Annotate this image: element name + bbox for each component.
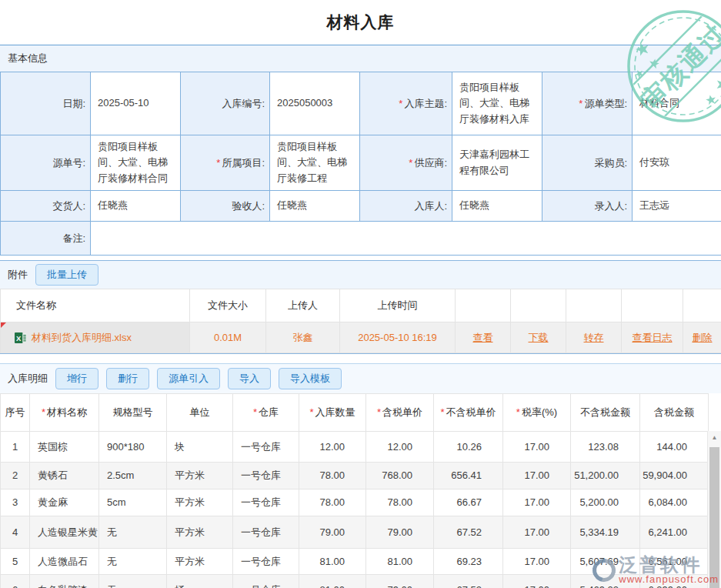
source-import-button[interactable]: 源单引入 (157, 368, 220, 389)
detail-table: 序号 *材料名称 规格型号 单位 *仓库 *入库数量 *含税单价 *不含税单价 … (0, 393, 709, 588)
attachment-transfer-link[interactable]: 转存 (584, 332, 604, 343)
col-material: *材料名称 (30, 394, 99, 432)
batch-upload-button[interactable]: 批量上传 (35, 264, 98, 286)
field-label-date: 日期: (1, 72, 91, 135)
col-qty: *入库数量 (299, 394, 366, 432)
col-seq: 序号 (1, 394, 30, 432)
page-title: 材料入库 (0, 0, 721, 45)
field-value-receipt-no: 2025050003 (270, 72, 360, 135)
field-label-project: *所属项目: (181, 135, 270, 191)
attachment-view-link[interactable]: 查看 (473, 332, 493, 343)
attach-col-size: 文件大小 (190, 289, 266, 322)
detail-row: 2 黄锈石 2.5cm 平方米 一号仓库 78.00 768.00 656.41… (1, 463, 709, 489)
detail-row: 5 人造微晶石 无 平方米 一号仓库 81.00 81.00 69.23 17.… (1, 549, 709, 575)
field-value-subject: 贵阳项目样板间、大堂、电梯厅装修材料入库 (452, 72, 542, 135)
attachments-header: 附件 批量上传 (0, 261, 721, 289)
attachment-file-cell[interactable]: X 材料到货入库明细.xlsx (1, 322, 190, 353)
field-value-remark (91, 222, 721, 256)
detail-row: 3 黄金麻 5cm 平方米 一号仓库 78.00 78.00 66.67 17.… (1, 489, 709, 516)
attachment-download-link[interactable]: 下载 (529, 332, 549, 343)
field-value-warehouser: 任晓燕 (452, 191, 542, 222)
field-label-remark: 备注: (1, 222, 91, 256)
scroll-up-icon[interactable]: ▲ (708, 431, 721, 443)
detail-table-scrollbar[interactable]: ▲ (707, 431, 721, 588)
import-button[interactable]: 导入 (228, 368, 271, 389)
col-warehouse: *仓库 (233, 394, 299, 432)
attachment-file-name[interactable]: 材料到货入库明细.xlsx (32, 331, 132, 345)
attach-col-uploader: 上传人 (266, 289, 340, 322)
attachment-file-size: 0.01M (190, 322, 266, 353)
detail-header: 入库明细 增行 删行 源单引入 导入 导入模板 (0, 364, 721, 393)
basic-info-title: 基本信息 (8, 52, 48, 65)
detail-title: 入库明细 (8, 372, 48, 386)
field-value-date: 2025-05-10 (91, 72, 181, 135)
field-label-warehouser: 入库人: (360, 191, 452, 222)
attachment-upload-time: 2025-05-10 16:19 (340, 322, 456, 353)
import-template-button[interactable]: 导入模板 (279, 368, 342, 389)
basic-info-section: 基本信息 日期: 2025-05-10 入库编号: 2025050003 *入库… (0, 45, 721, 256)
attachment-uploader: 张鑫 (266, 322, 340, 353)
field-label-source-no: 源单号: (1, 135, 91, 191)
field-label-recorder: 录入人: (542, 191, 633, 222)
col-taxrate: *税率(%) (503, 394, 571, 432)
attachment-viewlog-link[interactable]: 查看日志 (633, 332, 673, 343)
scrollbar-thumb[interactable] (709, 447, 719, 588)
field-label-subject: *入库主题: (360, 72, 452, 135)
attachment-delete-link[interactable]: 删除 (693, 332, 713, 343)
basic-info-table: 日期: 2025-05-10 入库编号: 2025050003 *入库主题: 贵… (0, 72, 721, 256)
field-label-receipt-no: 入库编号: (181, 72, 270, 135)
excel-file-icon: X (15, 332, 27, 344)
field-value-recorder: 王志远 (633, 191, 721, 222)
delete-row-button[interactable]: 删行 (106, 368, 149, 389)
field-value-supplier: 天津嘉利园林工程有限公司 (452, 135, 542, 191)
attachments-section: 附件 批量上传 文件名称 文件大小 上传人 上传时间 (0, 260, 721, 354)
field-value-inspector: 任晓燕 (270, 191, 360, 222)
svg-text:X: X (16, 333, 22, 342)
field-label-deliverer: 交货人: (1, 191, 91, 222)
detail-row: 1 英国棕 900*180 块 一号仓库 12.00 12.00 10.26 1… (1, 432, 709, 463)
col-price-tax: *含税单价 (366, 394, 434, 432)
field-value-source-type: 材料合同 (633, 72, 721, 135)
col-spec: 规格型号 (99, 394, 167, 432)
attachments-title: 附件 (8, 268, 28, 282)
detail-row: 6 白色乳胶漆 无 桶 一号仓库 81.00 79.00 67.52 17.00… (1, 575, 709, 588)
basic-info-header: 基本信息 (0, 45, 721, 72)
field-value-project: 贵阳项目样板间、大堂、电梯厅装修工程 (270, 135, 360, 191)
field-label-purchaser: 采购员: (542, 135, 633, 191)
field-value-source-no: 贵阳项目样板间、大堂、电梯厅装修材料合同 (91, 135, 181, 191)
attachment-row: X 材料到货入库明细.xlsx 0.01M 张鑫 2025-05-10 16:1… (1, 322, 721, 353)
col-price-notax: *不含税单价 (434, 394, 503, 432)
field-value-purchaser: 付安琼 (633, 135, 721, 191)
field-label-source-type: *源单类型: (542, 72, 633, 135)
field-value-deliverer: 任晓燕 (91, 191, 181, 222)
detail-row: 4 人造银星米黄 无 平方米 一号仓库 79.00 79.00 67.52 17… (1, 516, 709, 549)
col-amount-notax: 不含税金额 (571, 394, 640, 432)
field-label-inspector: 验收人: (181, 191, 270, 222)
col-amount-tax: 含税金额 (640, 394, 709, 432)
add-row-button[interactable]: 增行 (55, 368, 98, 389)
attachments-table: 文件名称 文件大小 上传人 上传时间 X 材料到货入库 (0, 289, 721, 353)
detail-section: 入库明细 增行 删行 源单引入 导入 导入模板 序号 *材料名称 规格型号 单位… (0, 363, 721, 588)
attach-col-name: 文件名称 (1, 289, 190, 322)
attach-col-time: 上传时间 (340, 289, 456, 322)
col-unit: 单位 (167, 394, 233, 432)
field-label-supplier: *供应商: (360, 135, 452, 191)
